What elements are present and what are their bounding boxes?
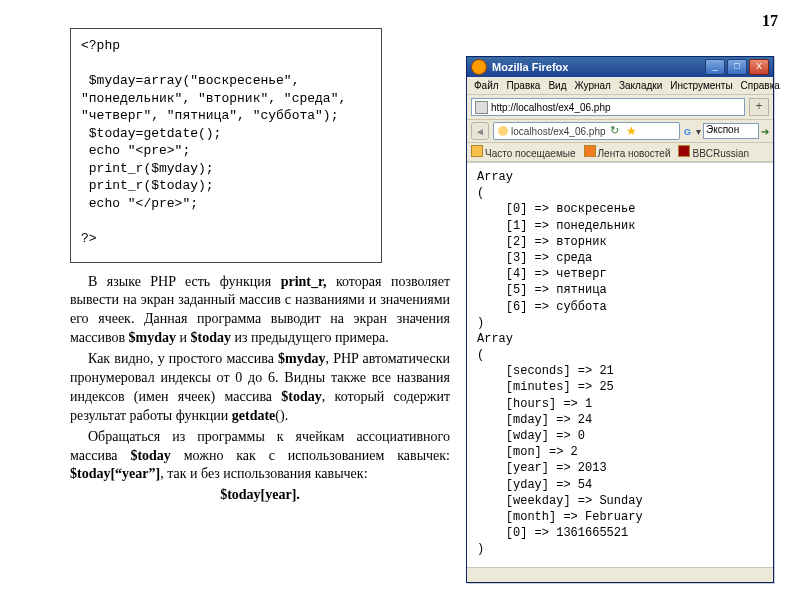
menu-edit[interactable]: Правка	[504, 79, 544, 92]
t: $today	[190, 330, 230, 345]
out: [yday] => 54	[477, 478, 592, 492]
menu-view[interactable]: Вид	[545, 79, 569, 92]
tab-bar: http://localhost/ex4_06.php +	[467, 95, 773, 120]
out: )	[477, 316, 484, 330]
t: getdate	[232, 408, 276, 423]
out: [1] => понедельник	[477, 219, 635, 233]
out: [hours] => 1	[477, 397, 592, 411]
code-line: $myday=array("воскресенье",	[81, 73, 299, 88]
out: [6] => суббота	[477, 300, 607, 314]
bbc-icon	[678, 145, 690, 157]
left-column: <?php $myday=array("воскресенье", "понед…	[70, 28, 450, 505]
code-line: "четверг", "пятница", "суббота");	[81, 108, 338, 123]
tab-title: http://localhost/ex4_06.php	[491, 102, 611, 113]
out: [mon] => 2	[477, 445, 578, 459]
maximize-button[interactable]: □	[727, 59, 747, 75]
code-line: print_r($myday);	[81, 161, 214, 176]
back-button[interactable]: ◄	[471, 122, 489, 140]
code-line: $today=getdate();	[81, 126, 221, 141]
bookmark-frequent[interactable]: Часто посещаемые	[471, 145, 576, 159]
out: [3] => среда	[477, 251, 592, 265]
t: из предыдущего примера.	[231, 330, 389, 345]
out: (	[477, 186, 484, 200]
code-line: echo "<pre>";	[81, 143, 190, 158]
firefox-window: Mozilla Firefox _ □ X Файл Правка Вид Жу…	[466, 56, 774, 583]
minimize-button[interactable]: _	[705, 59, 725, 75]
t: print_r,	[281, 274, 327, 289]
bookmark-feed[interactable]: Лента новостей	[584, 145, 671, 159]
google-icon: G	[684, 126, 694, 136]
out: [5] => пятница	[477, 283, 607, 297]
out: Array	[477, 170, 513, 184]
close-button[interactable]: X	[749, 59, 769, 75]
address-text: localhost/ex4_06.php	[511, 126, 606, 137]
search-go-icon[interactable]: ➔	[761, 126, 769, 137]
t: $today	[281, 389, 321, 404]
t: $myday	[278, 351, 325, 366]
bm-label: Часто посещаемые	[485, 148, 576, 159]
navigation-toolbar: ◄ localhost/ex4_06.php ↻ ★ G ▾ Экспон ➔	[467, 120, 773, 143]
out: [year] => 2013	[477, 461, 607, 475]
search-engine-box[interactable]: G ▾ Экспон ➔	[684, 123, 769, 139]
out: [0] => воскресенье	[477, 202, 635, 216]
reload-icon[interactable]: ↻	[610, 124, 624, 138]
address-bar[interactable]: localhost/ex4_06.php ↻ ★	[493, 122, 680, 140]
out: )	[477, 542, 484, 556]
t: , так и без использования кавычек:	[160, 466, 367, 481]
code-line: ?>	[81, 231, 97, 246]
out: [weekday] => Sunday	[477, 494, 643, 508]
out: [mday] => 24	[477, 413, 592, 427]
folder-icon	[471, 145, 483, 157]
bookmark-bbc[interactable]: BBCRussian	[678, 145, 749, 159]
t: $today	[130, 448, 170, 463]
t: В языке PHP есть функция	[88, 274, 281, 289]
t: и	[176, 330, 191, 345]
out: [minutes] => 25	[477, 380, 614, 394]
out: (	[477, 348, 484, 362]
page-content: Array ( [0] => воскресенье [1] => понеде…	[467, 162, 773, 567]
t: $myday	[129, 330, 176, 345]
out: [seconds] => 21	[477, 364, 614, 378]
status-bar	[467, 567, 773, 582]
menu-history[interactable]: Журнал	[571, 79, 614, 92]
firefox-icon	[471, 59, 487, 75]
menu-bookmarks[interactable]: Закладки	[616, 79, 665, 92]
out: [2] => вторник	[477, 235, 607, 249]
php-code-box: <?php $myday=array("воскресенье", "понед…	[70, 28, 382, 263]
window-title: Mozilla Firefox	[492, 61, 705, 73]
menu-help[interactable]: Справка	[738, 79, 783, 92]
bookmarks-toolbar: Часто посещаемые Лента новостей BBCRussi…	[467, 143, 773, 162]
out: [0] => 1361665521	[477, 526, 628, 540]
menu-file[interactable]: Файл	[471, 79, 502, 92]
bm-label: Лента новостей	[598, 148, 671, 159]
page-icon	[475, 101, 488, 114]
page-number: 17	[762, 12, 778, 30]
code-line: print_r($today);	[81, 178, 214, 193]
t: можно как с использованием кавычек:	[171, 448, 450, 463]
new-tab-button[interactable]: +	[749, 98, 769, 116]
explanation-text: В языке PHP есть функция print_r, котора…	[70, 273, 450, 506]
active-tab[interactable]: http://localhost/ex4_06.php	[471, 98, 745, 116]
code-line: "понедельник", "вторник", "среда",	[81, 91, 346, 106]
bookmark-star-icon[interactable]: ★	[626, 124, 637, 138]
bm-label: BBCRussian	[692, 148, 749, 159]
t: ().	[275, 408, 288, 423]
t: $today[“year”]	[70, 466, 160, 481]
menu-tools[interactable]: Инструменты	[667, 79, 735, 92]
code-line: echo "</pre>";	[81, 196, 198, 211]
code-line: <?php	[81, 38, 120, 53]
out: [4] => четверг	[477, 267, 607, 281]
out: [wday] => 0	[477, 429, 585, 443]
search-input[interactable]: Экспон	[703, 123, 759, 139]
site-icon	[498, 126, 508, 136]
t: Как видно, у простого массива	[88, 351, 278, 366]
final-expression: $today[year].	[70, 486, 450, 505]
out: Array	[477, 332, 513, 346]
window-titlebar[interactable]: Mozilla Firefox _ □ X	[467, 57, 773, 77]
out: [month] => February	[477, 510, 643, 524]
menu-bar: Файл Правка Вид Журнал Закладки Инструме…	[467, 77, 773, 95]
rss-icon	[584, 145, 596, 157]
